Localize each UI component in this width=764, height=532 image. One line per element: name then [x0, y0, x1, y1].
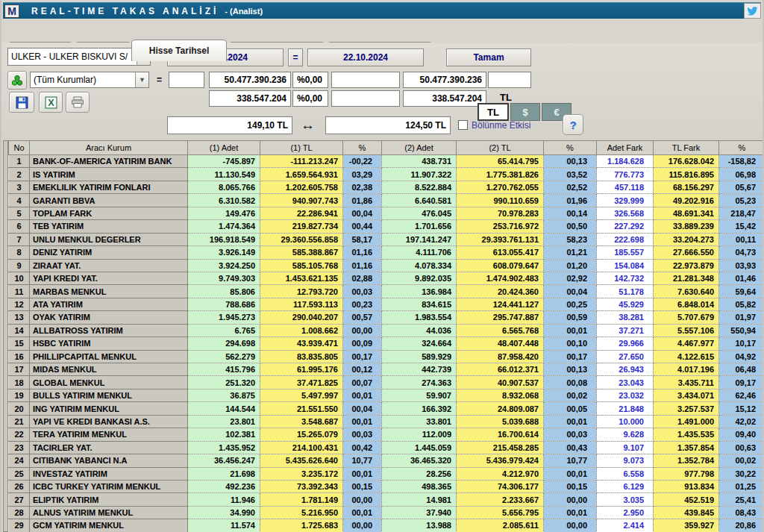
cell: 10,17 — [719, 337, 764, 350]
table-row[interactable]: 3EMEKLILIK YATIRIM FONLARI8.065.7661.202… — [9, 181, 764, 193]
table-header-row: NoAracı Kurum(1) Adet(1) TL%(2) Adet(2) … — [9, 141, 764, 155]
row-number: 1 — [9, 155, 30, 168]
chevron-down-icon[interactable]: ▼ — [135, 72, 148, 87]
qty-input-mid[interactable] — [331, 72, 400, 88]
lot-input-mid[interactable] — [331, 90, 400, 107]
import-button[interactable] — [7, 71, 27, 90]
qty-input-tail[interactable] — [488, 72, 531, 88]
table-row[interactable]: 7UNLU MENKUL DEGERLER196.918.54929.360.5… — [9, 233, 764, 245]
cell: 66.012.371 — [457, 363, 544, 376]
cell: 00,13 — [544, 363, 597, 376]
cell: 144.544 — [188, 402, 260, 415]
cell: 9.749.303 — [188, 272, 260, 284]
cell: 00,12 — [343, 363, 382, 376]
cell: 59,64 — [719, 285, 764, 298]
price-to-input[interactable] — [325, 116, 451, 134]
cell: 08,43 — [719, 506, 764, 519]
col-header-10[interactable]: % — [719, 141, 764, 155]
table-row[interactable]: 2IS YATIRIM11.130.5491.659.564.93103,291… — [9, 168, 764, 181]
table-row[interactable]: 19BULLS YATIRIM MENKUL36.8755.497.99700,… — [9, 389, 764, 401]
price-from-input[interactable] — [167, 116, 292, 134]
col-header-9[interactable]: TL Fark — [654, 141, 719, 155]
stock-select[interactable]: ULKER - ULKER BISKUVI S/ ▼ — [7, 48, 151, 66]
print-button[interactable] — [66, 92, 90, 113]
table-row[interactable]: 11MARBAS MENKUL85.80612.793.72000,03136.… — [9, 285, 764, 298]
table-row[interactable]: 28ALNUS YATIRIM MENKUL34.9905.216.95000,… — [9, 506, 764, 519]
table-row[interactable]: 21YAPI VE KREDI BANKASI A.S.23.8013.548.… — [9, 415, 764, 428]
equals-label: = — [157, 75, 162, 85]
table-row[interactable]: 27ELIPTIK YATIRIM11.9461.781.14900,0014.… — [9, 493, 764, 506]
cell: 2.414 — [597, 519, 654, 532]
date-to-button[interactable]: 22.10.2024 — [307, 48, 424, 66]
qty-value-2[interactable] — [403, 72, 486, 88]
broker-filter-select[interactable]: (Tüm Kurumlar) ▼ — [30, 72, 149, 88]
table-row[interactable]: 12ATA YATIRIM788.686117.593.11300,23834.… — [9, 298, 764, 310]
cell: 1.453.621.135 — [260, 272, 343, 284]
table-row[interactable]: 16PHILLIPCAPITAL MENKUL562.27983.835.805… — [9, 350, 764, 363]
cell: 294.698 — [188, 337, 260, 350]
split-effect-checkbox[interactable] — [458, 120, 468, 130]
cell: 329.999 — [597, 194, 654, 207]
table-row[interactable]: 22TERA YATIRIM MENKUL102.38115.265.07900… — [9, 428, 764, 441]
lot-value-2[interactable] — [403, 90, 486, 107]
excel-export-button[interactable]: X — [39, 92, 63, 113]
cell: 00,01 — [343, 415, 382, 428]
broker-name: TOPLAM FARK — [30, 207, 188, 219]
col-header-7[interactable]: % — [544, 141, 597, 155]
table-row[interactable]: 15HSBC YATIRIM294.69843.939.47100,09324.… — [9, 337, 764, 350]
table-row[interactable]: 9ZIRAAT YAT.3.924.250585.105.76801,164.0… — [9, 259, 764, 272]
cell: 3.235.172 — [260, 467, 343, 480]
col-header-0[interactable]: No — [9, 141, 30, 155]
cell: 00,43 — [544, 441, 597, 454]
qty-value-1[interactable] — [209, 72, 291, 88]
cell: 10,77 — [544, 454, 597, 467]
table-row[interactable]: 14ALLBATROSS YATIRIM6.7651.008.66200,004… — [9, 324, 764, 337]
cell: 5.497.997 — [260, 389, 343, 401]
lot-pct[interactable] — [292, 90, 328, 107]
save-button[interactable] — [9, 92, 34, 113]
row-number: 16 — [9, 350, 30, 363]
col-header-6[interactable]: (2) TL — [457, 141, 544, 155]
cell: 00,02 — [719, 454, 764, 467]
table-row[interactable]: 1BANK-OF-AMERICA YATIRIM BANK-745.897-11… — [9, 155, 764, 168]
col-header-5[interactable]: (2) Adet — [382, 141, 457, 155]
table-row[interactable]: 6TEB YATIRIM1.474.364219.827.73400,441.7… — [9, 220, 764, 233]
table-row[interactable]: 26ICBC TURKEY YATIRIM MENKUL492.23673.39… — [9, 480, 764, 492]
lot-value-1[interactable] — [209, 90, 291, 107]
table-row[interactable]: 13OYAK YATIRIM1.945.273290.040.20700,571… — [9, 311, 764, 324]
table-row[interactable]: 29GCM YATIRIM MENKUL11.5741.725.68300,00… — [9, 519, 764, 532]
col-header-2[interactable]: (1) Adet — [188, 141, 260, 155]
table-row[interactable]: 25INVESTAZ YATIRIM21.6983.235.17200,0128… — [9, 467, 764, 480]
qty-pct[interactable] — [292, 72, 328, 88]
col-header-1[interactable]: Aracı Kurum — [30, 141, 188, 155]
cell: 29.393.761.131 — [457, 233, 544, 245]
table-row[interactable]: 4GARANTI BBVA6.310.582940.907.74301,866.… — [9, 194, 764, 207]
qty-input-small[interactable] — [169, 72, 204, 88]
currency-tl-button[interactable]: TL — [478, 103, 509, 121]
broker-filter-value: (Tüm Kurumlar) — [31, 75, 135, 85]
table-row[interactable]: 5TOPLAM FARK149.47622.286.94100,04476.04… — [9, 207, 764, 219]
table-row[interactable]: 18GLOBAL MENKUL251.32037.471.82500,07274… — [9, 376, 764, 389]
cell: 00,00 — [544, 519, 597, 532]
cell: 11.130.549 — [188, 168, 260, 181]
col-header-3[interactable]: (1) TL — [260, 141, 343, 155]
ok-button[interactable]: Tamam — [446, 48, 531, 66]
help-button[interactable]: ? — [563, 114, 583, 135]
cell: 05,23 — [719, 194, 764, 207]
col-header-4[interactable]: % — [343, 141, 382, 155]
table-row[interactable]: 8DENIZ YATIRIM3.926.149585.388.86701,164… — [9, 246, 764, 259]
row-number: 20 — [9, 402, 30, 415]
row-number: 8 — [9, 246, 30, 259]
tab-hisse-tarihsel[interactable]: Hisse Tarihsel — [131, 40, 227, 61]
table-row[interactable]: 20ING YATIRIM MENKUL144.54421.551.55000,… — [9, 402, 764, 415]
cell: 01,16 — [343, 259, 382, 272]
row-number: 28 — [9, 506, 30, 519]
table-row[interactable]: 17MIDAS MENKUL415.79661.995.17600,12442.… — [9, 363, 764, 376]
col-header-8[interactable]: Adet Fark — [597, 141, 654, 155]
table-row[interactable]: 10YAPI KREDI YAT.9.749.3031.453.621.1350… — [9, 272, 764, 284]
table-row[interactable]: 23TACIRLER YAT.1.435.952214.100.43100,42… — [9, 441, 764, 454]
table-row[interactable]: 24CITIBANK YABANCI N.A36.456.2475.435.62… — [9, 454, 764, 467]
date-equals-button[interactable]: = — [288, 48, 303, 66]
currency-usd-button[interactable]: $ — [510, 103, 540, 121]
twitter-icon[interactable] — [744, 3, 761, 19]
